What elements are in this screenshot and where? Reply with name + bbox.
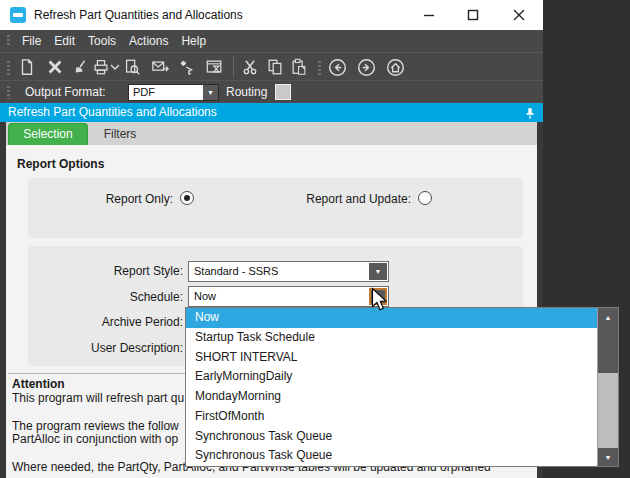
- menu-actions[interactable]: Actions: [129, 34, 168, 48]
- output-format-select[interactable]: PDF: [128, 84, 219, 101]
- chevron-down-icon: [111, 64, 119, 70]
- report-style-dropdown-button[interactable]: [369, 263, 387, 280]
- mouse-cursor: [371, 287, 388, 312]
- paste-button[interactable]: [288, 56, 310, 78]
- routing-label: Routing: [226, 81, 267, 104]
- print-dropdown-button[interactable]: [110, 56, 120, 78]
- tab-strip: Selection Filters: [6, 122, 537, 145]
- back-icon: [328, 58, 347, 77]
- print-icon: [92, 58, 110, 76]
- report-options-title: Report Options: [17, 157, 104, 171]
- minimize-button[interactable]: [413, 0, 445, 30]
- attention-line-1: This program will refresh part qu: [12, 391, 184, 405]
- dropdown-item-early-morning-daily[interactable]: EarlyMorningDaily: [186, 367, 597, 387]
- send-icon: [151, 58, 170, 76]
- report-only-radio[interactable]: [180, 191, 194, 205]
- clear-button[interactable]: [70, 56, 92, 78]
- print-button[interactable]: [90, 56, 112, 78]
- delete-icon: [46, 58, 64, 76]
- scroll-up-button[interactable]: [598, 308, 618, 326]
- attention-line-3: PartAlloc in conjunction with op: [12, 432, 178, 446]
- panel-header: Refresh Part Quantities and Allocations: [0, 103, 543, 122]
- close-button[interactable]: [503, 0, 535, 30]
- window-title: Refresh Part Quantities and Allocations: [34, 0, 243, 30]
- dropdown-item-sync-task-queue-2[interactable]: Synchronous Task Queue: [186, 446, 597, 466]
- print-preview-button[interactable]: [121, 56, 143, 78]
- menu-tools[interactable]: Tools: [88, 34, 116, 48]
- report-only-label: Report Only:: [60, 192, 173, 206]
- maximize-button[interactable]: [457, 0, 489, 30]
- report-and-update-radio[interactable]: [418, 191, 432, 205]
- schedule-window-icon: [205, 58, 224, 76]
- copy-icon: [266, 58, 284, 76]
- menu-edit[interactable]: Edit: [54, 34, 75, 48]
- dropdown-item-now[interactable]: Now: [186, 308, 597, 328]
- back-button[interactable]: [326, 56, 348, 78]
- print-preview-icon: [123, 58, 141, 76]
- title-bar: Refresh Part Quantities and Allocations: [0, 0, 543, 30]
- menu-grip[interactable]: [7, 35, 10, 47]
- dropdown-item-first-of-month[interactable]: FirstOfMonth: [186, 407, 597, 427]
- process-schedule-button[interactable]: [203, 56, 225, 78]
- cut-button[interactable]: [239, 56, 261, 78]
- screen: Refresh Part Quantities and Allocations …: [0, 0, 630, 478]
- copy-button[interactable]: [264, 56, 286, 78]
- dropdown-item-monday-morning[interactable]: MondayMorning: [186, 387, 597, 407]
- dropdown-item-sync-task-queue-1[interactable]: Synchronous Task Queue: [186, 427, 597, 447]
- schedule-value: Now: [194, 287, 366, 306]
- output-bar: Output Format: PDF Routing: [0, 80, 543, 103]
- dropdown-scrollbar[interactable]: [597, 308, 618, 466]
- menu-help[interactable]: Help: [181, 34, 206, 48]
- minimize-icon: [423, 9, 435, 21]
- report-style-value: Standard - SSRS: [194, 262, 366, 281]
- schedule-dropdown-items: Now Startup Task Schedule SHORT INTERVAL…: [186, 308, 597, 466]
- scrollbar-thumb[interactable]: [598, 326, 618, 373]
- tab-selection[interactable]: Selection: [8, 123, 88, 145]
- cut-icon: [241, 58, 259, 76]
- attention-title: Attention: [12, 377, 65, 391]
- schedule-label: Schedule:: [60, 290, 183, 304]
- output-format-dropdown-button[interactable]: [203, 85, 218, 100]
- report-style-select[interactable]: Standard - SSRS: [188, 261, 389, 282]
- app-icon: [10, 7, 26, 23]
- close-icon: [513, 9, 525, 21]
- maximize-icon: [467, 9, 479, 21]
- menu-bar: File Edit Tools Actions Help: [0, 30, 543, 52]
- panel-header-title: Refresh Part Quantities and Allocations: [8, 103, 217, 122]
- clear-icon: [72, 58, 90, 76]
- dropdown-item-startup-task-schedule[interactable]: Startup Task Schedule: [186, 328, 597, 348]
- report-style-label: Report Style:: [60, 264, 183, 278]
- home-icon: [386, 58, 405, 77]
- routing-checkbox[interactable]: [275, 84, 291, 100]
- tool-bar: [0, 52, 543, 80]
- toolbar-separator: [233, 57, 234, 77]
- report-options-panel: [28, 178, 523, 238]
- archive-period-label: Archive Period:: [60, 315, 183, 329]
- output-format-value: PDF: [133, 85, 198, 100]
- menu-file[interactable]: File: [22, 34, 41, 48]
- user-description-label: User Description:: [60, 341, 183, 355]
- submit-button[interactable]: [176, 56, 198, 78]
- delete-button[interactable]: [44, 56, 66, 78]
- new-icon: [18, 58, 36, 76]
- home-button[interactable]: [384, 56, 406, 78]
- new-button[interactable]: [16, 56, 38, 78]
- report-and-update-label: Report and Update:: [300, 192, 411, 206]
- toolbar-grip-2[interactable]: [318, 61, 321, 75]
- toolbar-grip[interactable]: [7, 61, 10, 75]
- forward-button[interactable]: [355, 56, 377, 78]
- dropdown-item-short-interval[interactable]: SHORT INTERVAL: [186, 348, 597, 368]
- scroll-down-button[interactable]: [598, 448, 618, 466]
- schedule-select[interactable]: Now: [188, 286, 389, 307]
- tab-filters[interactable]: Filters: [92, 123, 148, 145]
- paste-icon: [290, 58, 308, 76]
- submit-icon: [178, 58, 196, 76]
- forward-icon: [357, 58, 376, 77]
- schedule-dropdown-list: Now Startup Task Schedule SHORT INTERVAL…: [185, 307, 619, 467]
- outputbar-grip[interactable]: [7, 86, 10, 99]
- send-button[interactable]: [149, 56, 171, 78]
- output-format-label: Output Format:: [25, 81, 106, 104]
- attention-line-2: The program reviews the follow: [12, 419, 179, 433]
